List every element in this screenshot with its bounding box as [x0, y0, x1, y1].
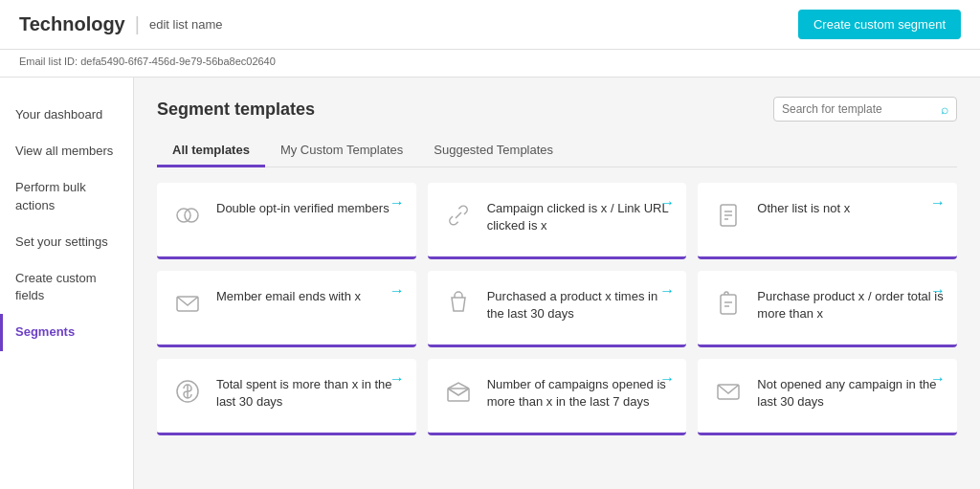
header-left: Technology | edit list name: [19, 13, 223, 35]
envelope-x-icon: [711, 374, 746, 409]
clipboard-icon: [711, 286, 746, 321]
envelope-icon: [170, 286, 205, 321]
search-icon[interactable]: ⌕: [941, 101, 948, 117]
search-box: ⌕: [773, 97, 957, 122]
link-icon: [441, 198, 476, 233]
search-input[interactable]: [782, 102, 935, 116]
shopping-bag-icon: [441, 286, 476, 321]
card-arrow-1[interactable]: →: [659, 194, 675, 211]
card-1[interactable]: Campaign clicked is x / Link URL clicked…: [428, 183, 687, 259]
card-text-0: Double opt-in verified members: [216, 198, 403, 217]
card-5[interactable]: Purchase product x / order total is more…: [698, 271, 957, 347]
main-title: Segment templates: [157, 100, 315, 120]
svg-point-1: [185, 209, 198, 222]
document-icon: [711, 198, 746, 233]
header-divider: |: [135, 13, 140, 35]
sidebar-item-create-custom-fields[interactable]: Create custom fields: [0, 260, 133, 314]
card-text-6: Total spent is more than x in the last 3…: [216, 374, 403, 411]
card-8[interactable]: Not opened any campaign in the last 30 d…: [698, 359, 957, 435]
dollar-icon: [170, 374, 205, 409]
svg-point-0: [177, 209, 190, 222]
tab-all-templates[interactable]: All templates: [157, 135, 265, 167]
svg-rect-7: [721, 295, 736, 314]
envelope-open-icon: [441, 374, 476, 409]
card-6[interactable]: Total spent is more than x in the last 3…: [157, 359, 416, 435]
edit-list-name[interactable]: edit list name: [149, 17, 223, 32]
card-arrow-6[interactable]: →: [390, 370, 405, 388]
sidebar-item-set-your-settings[interactable]: Set your settings: [0, 224, 133, 260]
card-text-2: Other list is not x: [757, 198, 944, 217]
card-2[interactable]: Other list is not x→: [698, 183, 957, 259]
card-text-5: Purchase product x / order total is more…: [757, 286, 944, 322]
sidebar-item-segments[interactable]: Segments: [0, 314, 133, 350]
card-4[interactable]: Purchased a product x times in the last …: [428, 271, 687, 347]
card-text-7: Number of campaigns opened is more than …: [487, 374, 674, 411]
card-0[interactable]: Double opt-in verified members→: [157, 183, 416, 259]
card-7[interactable]: Number of campaigns opened is more than …: [428, 359, 687, 435]
main-content: Segment templates ⌕ All templatesMy Cust…: [134, 78, 980, 489]
card-text-4: Purchased a product x times in the last …: [487, 286, 674, 322]
sidebar: Your dashboardView all membersPerform bu…: [0, 78, 134, 489]
card-arrow-2[interactable]: →: [930, 194, 946, 211]
card-arrow-8[interactable]: →: [930, 370, 946, 388]
tab-suggested-templates[interactable]: Suggested Templates: [418, 135, 568, 167]
card-arrow-0[interactable]: →: [390, 194, 405, 211]
main-header: Segment templates ⌕: [157, 97, 957, 122]
card-arrow-4[interactable]: →: [659, 282, 675, 300]
sidebar-item-view-all-members[interactable]: View all members: [0, 133, 133, 169]
double-circle-icon: [170, 198, 205, 233]
card-3[interactable]: Member email ends with x→: [157, 271, 416, 347]
cards-grid: Double opt-in verified members→ Campaign…: [157, 183, 957, 435]
tabs: All templatesMy Custom TemplatesSuggeste…: [157, 135, 957, 167]
create-custom-segment-button[interactable]: Create custom segment: [798, 10, 961, 39]
tab-my-custom-templates[interactable]: My Custom Templates: [265, 135, 418, 167]
email-list-id: Email list ID: defa5490-6f67-456d-9e79-5…: [0, 50, 980, 78]
card-text-1: Campaign clicked is x / Link URL clicked…: [487, 198, 674, 234]
page-title: Technology: [19, 13, 125, 35]
sidebar-item-perform-bulk-actions[interactable]: Perform bulk actions: [0, 169, 133, 223]
card-text-8: Not opened any campaign in the last 30 d…: [757, 374, 944, 411]
sidebar-item-your-dashboard[interactable]: Your dashboard: [0, 97, 133, 133]
card-text-3: Member email ends with x: [216, 286, 403, 305]
card-arrow-7[interactable]: →: [659, 370, 675, 388]
card-arrow-3[interactable]: →: [390, 282, 405, 300]
card-arrow-5[interactable]: →: [930, 282, 946, 300]
